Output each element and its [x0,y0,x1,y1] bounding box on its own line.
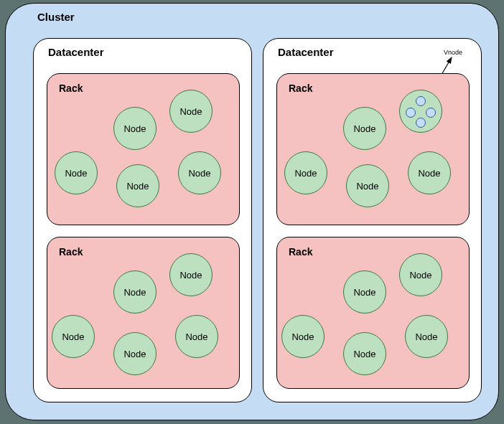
cluster-container: Cluster Datacenter Rack Node Node Node N… [5,3,499,420]
node: Node [169,90,213,133]
cluster-label: Cluster [37,11,75,23]
node: Node [116,164,159,207]
node: Node [284,151,327,194]
vnode-dot [416,96,426,106]
node: Node [346,164,389,207]
node: Node [408,151,451,194]
rack: Rack Node Node Node Node Node [276,237,470,389]
node: Node [55,151,98,194]
node: Node [113,107,157,150]
datacenter-label: Datacenter [278,46,334,58]
node: Node [113,332,157,375]
node: Node [399,253,442,296]
node: Node [343,107,386,150]
node: Node [113,270,157,314]
datacenter-right: Datacenter Vnode Rack Node Node Node Nod… [263,38,482,402]
datacenter-left: Datacenter Rack Node Node Node Node Node… [33,38,252,402]
node: Node [281,315,325,358]
vnode-dot [416,118,426,128]
rack: Rack Node Node Node Node Node [47,237,240,389]
rack-label: Rack [59,83,83,94]
node: Node [343,332,386,375]
rack: Rack Node Node Node Node Node [47,73,240,225]
rack: Rack Node Node Node Node [276,73,470,225]
rack-label: Rack [289,246,312,258]
vnode-node [399,90,442,133]
vnode-label: Vnode [444,49,462,56]
vnode-dot [426,108,436,118]
node: Node [52,315,95,358]
node: Node [343,270,386,314]
node: Node [169,253,213,296]
rack-label: Rack [289,83,312,94]
node: Node [175,315,218,358]
rack-label: Rack [59,246,83,258]
datacenter-label: Datacenter [48,46,104,58]
node: Node [405,315,448,358]
vnode-dot [406,108,416,118]
node: Node [178,151,221,194]
